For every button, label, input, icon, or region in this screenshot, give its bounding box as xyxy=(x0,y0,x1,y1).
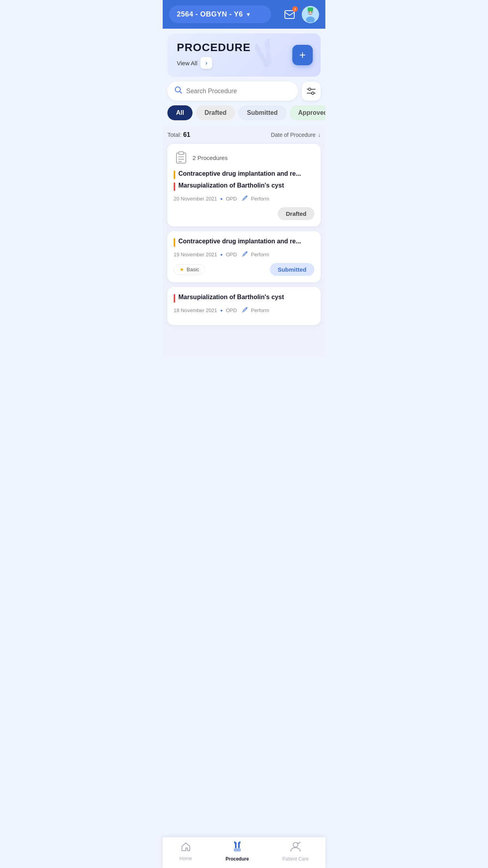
proc-item-single: Marsupialization of Bartholin's cyst xyxy=(174,293,314,303)
view-all-row: View All › xyxy=(177,57,251,69)
tab-all[interactable]: All xyxy=(167,105,193,120)
pen-icon xyxy=(242,251,248,258)
pen-icon xyxy=(242,307,248,314)
basic-label: Basic xyxy=(187,267,199,272)
visit-type: OPD xyxy=(226,196,237,202)
bullet-icon: ● xyxy=(220,252,223,257)
svg-rect-7 xyxy=(308,7,313,11)
procedure-items: Contraceptive drug implantation and re..… xyxy=(174,237,314,247)
basic-tag: ★ Basic xyxy=(174,264,205,275)
svg-point-6 xyxy=(311,11,312,12)
tab-approved[interactable]: Approved xyxy=(290,105,325,120)
header-title: PROCEDURE xyxy=(177,41,251,54)
sort-button[interactable]: Date of Procedure ↓ xyxy=(271,132,321,138)
header-left: PROCEDURE View All › xyxy=(177,41,251,69)
tab-submitted[interactable]: Submitted xyxy=(238,105,286,120)
header-card: PROCEDURE View All › + xyxy=(167,33,321,77)
search-input-wrap xyxy=(167,81,298,101)
nav-selector[interactable]: 2564 - OBGYN - Y6 ▾ xyxy=(169,6,271,23)
totals-row: Total: 61 Date of Procedure ↓ xyxy=(167,131,321,138)
bullet-icon: ● xyxy=(220,197,223,201)
perform-label: Perform xyxy=(251,196,269,202)
procedure-items: Contraceptive drug implantation and re..… xyxy=(174,170,314,191)
status-badge-submitted: Submitted xyxy=(270,263,314,276)
procedure-date: 19 November 2021 xyxy=(174,252,217,257)
search-input[interactable] xyxy=(186,88,291,95)
star-icon: ★ xyxy=(180,267,184,272)
total-label: Total: 61 xyxy=(167,131,190,138)
svg-rect-0 xyxy=(285,11,294,18)
procedure-meta: 18 November 2021 ● OPD Perform xyxy=(174,307,314,314)
tab-drafted[interactable]: Drafted xyxy=(196,105,235,120)
proc-item-2: Marsupialization of Bartholin's cyst xyxy=(174,182,314,191)
svg-point-15 xyxy=(308,88,311,90)
procedure-meta: 20 November 2021 ● OPD Perform xyxy=(174,195,314,202)
visit-type: OPD xyxy=(226,252,237,257)
pen-icon xyxy=(242,195,248,202)
view-all-text: View All xyxy=(177,60,197,66)
procedure-count: 2 Procedures xyxy=(193,154,227,161)
procedure-name: Contraceptive drug implantation and re..… xyxy=(178,237,301,246)
procedure-decoration-icon xyxy=(244,33,294,77)
procedure-name-2: Marsupialization of Bartholin's cyst xyxy=(178,182,284,190)
svg-point-16 xyxy=(312,92,314,94)
chevron-down-icon: ▾ xyxy=(247,11,250,18)
procedure-name-1: Contraceptive drug implantation and re..… xyxy=(178,170,301,178)
procedure-card-2[interactable]: Contraceptive drug implantation and re..… xyxy=(167,231,321,282)
procedure-name: Marsupialization of Bartholin's cyst xyxy=(178,293,284,302)
mail-badge: 1 xyxy=(292,6,298,12)
top-navigation: 2564 - OBGYN - Y6 ▾ 1 xyxy=(163,0,325,29)
bullet-icon: ● xyxy=(220,308,223,313)
add-procedure-button[interactable]: + xyxy=(292,45,313,65)
procedure-card-3[interactable]: Marsupialization of Bartholin's cyst 18 … xyxy=(167,287,321,325)
search-icon xyxy=(174,86,182,96)
procedure-card-1[interactable]: 2 Procedures Contraceptive drug implanta… xyxy=(167,144,321,226)
procedure-items: Marsupialization of Bartholin's cyst xyxy=(174,293,314,303)
status-dot-yellow xyxy=(174,171,175,179)
perform-label: Perform xyxy=(251,307,269,313)
content-area: Total: 61 Date of Procedure ↓ 2 Procedur… xyxy=(163,126,325,357)
status-dot-red xyxy=(174,294,175,303)
filter-button[interactable] xyxy=(302,82,321,101)
svg-rect-18 xyxy=(179,152,183,154)
svg-point-5 xyxy=(309,11,310,12)
nav-icons: 1 xyxy=(282,6,319,23)
visit-type: OPD xyxy=(226,307,237,313)
card-footer: ★ Basic Submitted xyxy=(174,263,314,276)
status-badge-drafted: Drafted xyxy=(278,207,314,220)
clipboard-icon xyxy=(174,150,189,165)
procedure-date: 20 November 2021 xyxy=(174,196,217,202)
procedure-meta: 19 November 2021 ● OPD Perform xyxy=(174,251,314,258)
avatar[interactable] xyxy=(302,6,319,23)
proc-item-1: Contraceptive drug implantation and re..… xyxy=(174,170,314,179)
search-row xyxy=(163,81,325,101)
nav-title: 2564 - OBGYN - Y6 xyxy=(177,10,243,18)
status-dot-yellow xyxy=(174,238,175,247)
proc-item-single: Contraceptive drug implantation and re..… xyxy=(174,237,314,247)
card-footer: Drafted xyxy=(174,207,314,220)
perform-label: Perform xyxy=(251,252,269,257)
view-all-button[interactable]: › xyxy=(200,57,212,69)
mail-button[interactable]: 1 xyxy=(282,7,297,22)
status-dot-red xyxy=(174,182,175,191)
card-header: 2 Procedures xyxy=(174,150,314,165)
filter-tabs: All Drafted Submitted Approved Rejected xyxy=(163,105,325,120)
procedure-date: 18 November 2021 xyxy=(174,307,217,313)
